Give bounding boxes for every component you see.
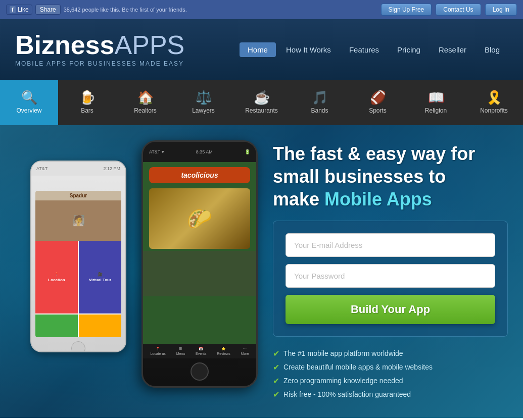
phone-front-time: 8:35 AM (196, 149, 213, 154)
feature-item-4: ✔ Risk free - 100% satisfaction guarante… (273, 388, 508, 401)
gavel-icon: ⚖️ (196, 91, 212, 104)
nav-how-it-works[interactable]: How It Works (278, 42, 339, 57)
phone-front-top: AT&T ▾ 8:35 AM 🔋 (143, 142, 256, 162)
right-content: The fast & easy way for small businesses… (273, 142, 508, 401)
check-icon-4: ✔ (273, 390, 279, 399)
nav-reviews: ⭐ Reviews (217, 347, 230, 355)
app-grid: 📍 Location 🎥 Virtual Tour 📅 Book Appt 🛒 … (35, 241, 121, 337)
bars-icon: 🍺 (79, 91, 96, 104)
hero-title: The fast & easy way for small businesses… (273, 142, 508, 211)
top-bar-buttons: Sign Up Free Contact Us Log In (381, 4, 517, 16)
phone-battery-icon: 🔋 (245, 149, 250, 154)
taco-extra-content (143, 251, 256, 296)
cat-bars-label: Bars (81, 107, 93, 114)
feature-text-1: The #1 mobile app platform worldwide (283, 349, 403, 357)
features-list: ✔ The #1 mobile app platform worldwide ✔… (273, 347, 508, 401)
cat-realtors[interactable]: 🏠 Realtors (116, 80, 174, 125)
nav-blog[interactable]: Blog (477, 42, 508, 57)
spa-photo: 🧖 (35, 200, 121, 241)
taco-logo-text: tacolicious (181, 171, 218, 179)
cat-bars[interactable]: 🍺 Bars (58, 80, 116, 125)
nav-features[interactable]: Features (341, 42, 387, 57)
logo-bizness: Bizness (15, 30, 115, 60)
fb-share-label: Share (40, 6, 56, 13)
build-app-button[interactable]: Build Your App (286, 295, 495, 324)
cat-restaurants[interactable]: ☕ Restaurants (232, 80, 291, 125)
phones-container: AT&T 2:12 PM Spadur 🧖 📍 Location 🎥 Virtu… (15, 140, 258, 403)
fb-share-button[interactable]: Share (35, 5, 61, 15)
nav-more: ⋯ More (241, 347, 249, 355)
cat-overview[interactable]: 🔍 Overview (0, 80, 58, 125)
more-icon: ⋯ (243, 347, 247, 351)
hero-title-line3-plain: make (273, 189, 324, 209)
feature-item-3: ✔ Zero programming knowledge needed (273, 374, 508, 388)
cat-overview-label: Overview (16, 107, 41, 114)
category-bar: 🔍 Overview 🍺 Bars 🏠 Realtors ⚖️ Lawyers … (0, 80, 523, 125)
cat-nonprofits-label: Nonprofits (480, 107, 508, 114)
music-icon: 🎵 (312, 91, 328, 104)
cat-religion-label: Religion (425, 107, 447, 114)
site-header: BiznessAPPS MOBILE APPS FOR BUSINESSES M… (0, 19, 523, 80)
nav-events: 📅 Events (196, 347, 206, 355)
logo-subtitle: MOBILE APPS FOR BUSINESSES MADE EASY (15, 60, 184, 67)
phone-back-carrier: AT&T (36, 166, 47, 171)
hero-title-highlight: Mobile Apps (324, 189, 432, 209)
feature-text-4: Risk free - 100% satisfaction guaranteed (283, 390, 411, 398)
taco-app-logo: tacolicious (149, 167, 250, 183)
taco-image: 🌮 (149, 188, 250, 249)
feature-text-2: Create beautiful mobile apps & mobile we… (283, 363, 433, 371)
check-icon-3: ✔ (273, 376, 279, 386)
fb-like-button[interactable]: f Like (6, 5, 32, 15)
cat-restaurants-label: Restaurants (245, 107, 278, 114)
hero-title-line1: The fast & easy way for (273, 143, 475, 164)
check-icon-1: ✔ (273, 349, 279, 358)
app-cell-location: 📍 Location (35, 241, 78, 313)
fb-logo: f (10, 6, 16, 13)
check-icon-2: ✔ (273, 362, 279, 372)
logo-area: BiznessAPPS MOBILE APPS FOR BUSINESSES M… (15, 32, 184, 67)
email-field[interactable] (286, 233, 495, 257)
app-cell-book: 📅 Book Appt (35, 314, 78, 337)
contact-button[interactable]: Contact Us (436, 4, 481, 16)
football-icon: 🏈 (370, 91, 386, 104)
nav-menu: ☰ Menu (176, 347, 185, 355)
nav-reseller[interactable]: Reseller (431, 42, 474, 57)
spa-photo-icon: 🧖 (72, 215, 85, 227)
taco-emoji: 🌮 (187, 207, 212, 231)
search-icon: 🔍 (21, 91, 37, 104)
events-icon: 📅 (199, 347, 203, 351)
coffee-icon: ☕ (254, 91, 270, 104)
book-icon: 📖 (428, 91, 444, 104)
cat-lawyers-label: Lawyers (192, 107, 215, 114)
spa-name: Spadur (35, 191, 121, 200)
cat-religion[interactable]: 📖 Religion (407, 80, 465, 125)
phone-front-home-btn (191, 362, 209, 381)
cat-nonprofits[interactable]: 🎗️ Nonprofits (465, 80, 523, 125)
password-field[interactable] (286, 264, 495, 288)
cat-lawyers[interactable]: ⚖️ Lawyers (174, 80, 232, 125)
signup-form: Build Your App (273, 221, 508, 337)
main-section: AT&T 2:12 PM Spadur 🧖 📍 Location 🎥 Virtu… (0, 125, 523, 418)
signup-button[interactable]: Sign Up Free (381, 4, 432, 16)
phone-back-screen: Spadur 🧖 📍 Location 🎥 Virtual Tour 📅 (35, 191, 121, 337)
phone-front-screen: tacolicious 🌮 (143, 162, 256, 344)
ribbon-icon: 🎗️ (486, 91, 502, 104)
phone-front-carrier: AT&T ▾ (149, 149, 164, 154)
feature-item-1: ✔ The #1 mobile app platform worldwide (273, 347, 508, 360)
logo: BiznessAPPS (15, 32, 184, 58)
cat-realtors-label: Realtors (134, 107, 157, 114)
reviews-icon: ⭐ (221, 347, 226, 351)
login-button[interactable]: Log In (485, 4, 517, 16)
nav-pricing[interactable]: Pricing (389, 42, 429, 57)
fb-like-label: Like (18, 6, 29, 13)
house-icon: 🏠 (137, 91, 154, 104)
locate-icon: 📍 (156, 347, 160, 351)
phone-back: AT&T 2:12 PM Spadur 🧖 📍 Location 🎥 Virtu… (30, 161, 126, 352)
facebook-section: f Like Share 38,642 people like this. Be… (6, 5, 187, 15)
location-icon: 📍 (54, 272, 59, 277)
nav-home[interactable]: Home (240, 42, 276, 57)
cat-sports[interactable]: 🏈 Sports (349, 80, 407, 125)
cat-bands-label: Bands (311, 107, 328, 114)
cat-bands[interactable]: 🎵 Bands (291, 80, 349, 125)
app-cell-shop: 🛒 Shop online (79, 314, 121, 337)
